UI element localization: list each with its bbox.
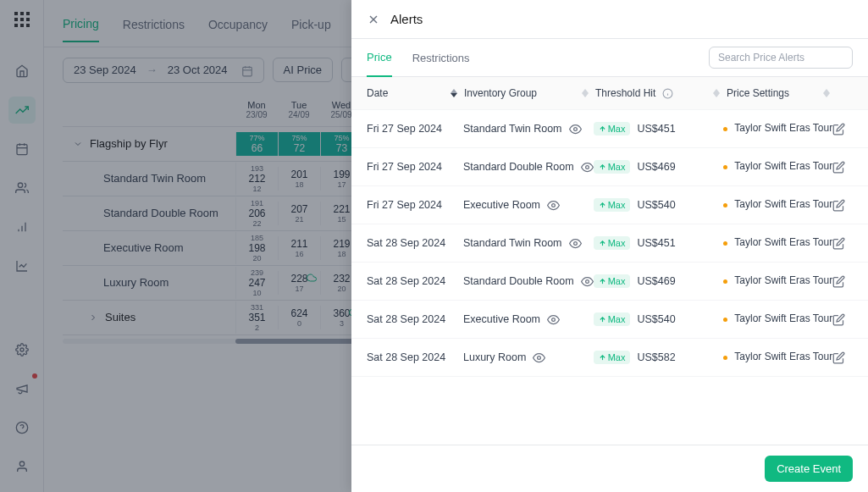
status-dot [723, 241, 727, 246]
th-threshold[interactable]: Threshold Hit [595, 87, 727, 99]
th-price-settings[interactable]: Price Settings [727, 87, 837, 99]
td-inventory: Standard Twin Room [463, 236, 594, 249]
td-price-settings: Taylor Swift Eras Tour [723, 122, 832, 135]
panel-title: Alerts [390, 12, 423, 26]
td-price-settings: Taylor Swift Eras Tour [723, 160, 832, 174]
edit-button[interactable] [832, 274, 853, 287]
status-dot [723, 127, 727, 131]
td-threshold: MaxUS$582 [594, 351, 724, 364]
td-date: Fri 27 Sep 2024 [367, 199, 463, 211]
svg-point-41 [573, 241, 577, 245]
td-date: Fri 27 Sep 2024 [367, 123, 463, 135]
edit-button[interactable] [832, 160, 853, 173]
td-threshold: MaxUS$451 [594, 236, 724, 250]
max-chip: Max [594, 160, 631, 174]
table-row: Sat 28 Sep 2024Standard Twin RoomMaxUS$4… [351, 224, 868, 263]
status-dot [723, 203, 727, 207]
create-event-button[interactable]: Create Event [765, 456, 853, 482]
td-inventory: Standard Double Room [463, 274, 594, 287]
table-row: Fri 27 Sep 2024Executive RoomMaxUS$540Ta… [351, 186, 868, 224]
max-chip: Max [594, 274, 631, 288]
max-chip: Max [594, 236, 631, 250]
td-inventory: Standard Double Room [463, 160, 594, 173]
status-dot [723, 356, 727, 360]
td-price-settings: Taylor Swift Eras Tour [723, 198, 832, 212]
svg-point-37 [585, 165, 589, 169]
svg-point-35 [573, 127, 577, 130]
td-date: Sat 28 Sep 2024 [367, 351, 463, 363]
table-row: Fri 27 Sep 2024Standard Twin RoomMaxUS$4… [351, 110, 868, 148]
search-box[interactable] [709, 47, 853, 69]
status-dot [723, 165, 727, 169]
panel-tab-restrictions[interactable]: Restrictions [412, 40, 470, 76]
td-date: Fri 27 Sep 2024 [367, 161, 463, 173]
table-row: Sat 28 Sep 2024Luxury RoomMaxUS$582Taylo… [351, 339, 868, 377]
td-threshold: MaxUS$451 [594, 122, 724, 135]
svg-point-45 [552, 318, 556, 321]
table-header: Date Inventory Group Threshold Hit Price… [351, 77, 868, 110]
td-inventory: Standard Twin Room [463, 122, 594, 135]
table-row: Sat 28 Sep 2024Executive RoomMaxUS$540Ta… [351, 301, 868, 339]
eye-icon[interactable] [569, 122, 582, 135]
td-price-settings: Taylor Swift Eras Tour [723, 236, 832, 250]
eye-icon[interactable] [547, 312, 560, 325]
edit-button[interactable] [832, 198, 853, 211]
td-inventory: Executive Room [463, 198, 594, 211]
eye-icon[interactable] [533, 351, 545, 363]
td-price-settings: Taylor Swift Eras Tour [723, 312, 832, 326]
max-chip: Max [594, 312, 631, 326]
td-inventory: Luxury Room [463, 351, 594, 363]
table-row: Fri 27 Sep 2024Standard Double RoomMaxUS… [351, 148, 868, 186]
table-body: Fri 27 Sep 2024Standard Twin RoomMaxUS$4… [351, 110, 868, 445]
svg-point-47 [538, 356, 541, 359]
eye-icon[interactable] [547, 198, 560, 211]
th-date[interactable]: Date [367, 87, 464, 99]
close-icon[interactable] [367, 13, 380, 26]
td-price-settings: Taylor Swift Eras Tour [723, 274, 832, 288]
td-date: Sat 28 Sep 2024 [367, 275, 463, 287]
search-input[interactable] [718, 52, 845, 64]
td-date: Sat 28 Sep 2024 [367, 237, 463, 249]
edit-button[interactable] [832, 122, 853, 135]
max-chip: Max [594, 198, 631, 212]
panel-header: Alerts [351, 0, 868, 39]
td-inventory: Executive Room [463, 312, 594, 325]
td-date: Sat 28 Sep 2024 [367, 313, 463, 325]
edit-button[interactable] [832, 351, 853, 363]
edit-button[interactable] [832, 312, 853, 325]
table-row: Sat 28 Sep 2024Standard Double RoomMaxUS… [351, 263, 868, 301]
max-chip: Max [594, 351, 631, 364]
td-threshold: MaxUS$469 [594, 160, 724, 174]
svg-point-43 [585, 279, 589, 283]
status-dot [723, 318, 727, 322]
panel-tab-price[interactable]: Price [367, 39, 392, 77]
eye-icon[interactable] [581, 160, 594, 173]
info-small-icon [662, 88, 673, 99]
alerts-panel: Alerts Price Restrictions Date Inventory… [351, 0, 868, 492]
panel-footer: Create Event [351, 445, 868, 492]
td-price-settings: Taylor Swift Eras Tour [723, 351, 832, 364]
max-chip: Max [594, 122, 631, 135]
edit-button[interactable] [832, 236, 853, 249]
panel-tabs: Price Restrictions [351, 39, 868, 77]
eye-icon[interactable] [569, 236, 582, 249]
eye-icon[interactable] [581, 274, 594, 287]
td-threshold: MaxUS$469 [594, 274, 724, 288]
td-threshold: MaxUS$540 [594, 198, 724, 212]
status-dot [723, 279, 727, 284]
td-threshold: MaxUS$540 [594, 312, 724, 326]
svg-point-39 [552, 203, 556, 207]
th-inventory[interactable]: Inventory Group [464, 87, 595, 99]
